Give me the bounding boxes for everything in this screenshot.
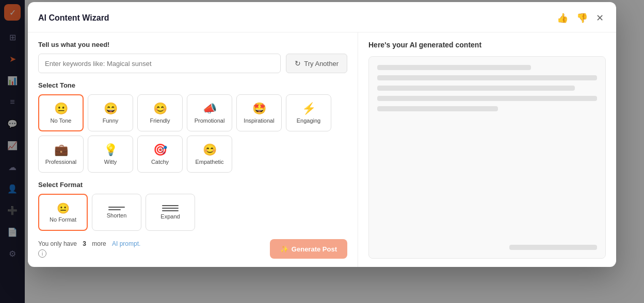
tone-funny[interactable]: 😄 Funny [88, 94, 133, 131]
prompt-ai-link: AI prompt. [112, 240, 140, 247]
format-shorten[interactable]: Shorten [92, 194, 141, 231]
engaging-emoji: ⚡ [302, 102, 316, 115]
witty-label: Witty [104, 159, 117, 165]
right-panel: Here's your AI generated content [358, 32, 616, 267]
shorten-lines-icon [108, 207, 125, 210]
modal-overlay: AI Content Wizard 👍 👎 ✕ Tell us what you… [0, 0, 644, 303]
generate-label: Generate Post [292, 245, 337, 253]
professional-label: Professional [45, 159, 77, 165]
shorten-label: Shorten [107, 212, 127, 218]
keyword-input[interactable] [38, 54, 281, 73]
promotional-emoji: 📣 [203, 102, 217, 115]
tone-empathetic[interactable]: 😊 Empathetic [187, 136, 232, 173]
prompt-count: 3 [83, 240, 86, 247]
prompt-info-text: You only have [38, 240, 77, 247]
thumbs-up-button[interactable]: 👍 [555, 10, 570, 26]
tone-friendly[interactable]: 😊 Friendly [137, 94, 183, 131]
inspirational-label: Inspirational [244, 117, 274, 124]
witty-emoji: 💡 [104, 143, 118, 157]
engaging-label: Engaging [297, 117, 321, 124]
tone-promotional[interactable]: 📣 Promotional [187, 94, 232, 131]
ai-content-box [368, 56, 606, 259]
empathetic-label: Empathetic [195, 159, 223, 165]
tone-inspirational[interactable]: 🤩 Inspirational [236, 94, 282, 131]
left-footer: You only have 3 more AI prompt. i ✨ Gene… [38, 239, 347, 259]
content-line-3 [377, 86, 575, 91]
no-format-icon: 😐 [57, 202, 70, 214]
content-line-2 [377, 75, 597, 80]
format-section-label: Select Format [38, 181, 347, 189]
inspirational-emoji: 🤩 [252, 102, 266, 115]
format-grid: 😐 No Format Shorten [38, 194, 347, 231]
tone-catchy[interactable]: 🎯 Catchy [137, 136, 183, 173]
modal-header-actions: 👍 👎 ✕ [555, 10, 606, 26]
content-line-1 [377, 65, 531, 70]
catchy-label: Catchy [151, 159, 169, 165]
right-panel-title: Here's your AI generated content [368, 41, 606, 49]
format-expand[interactable]: Expand [146, 194, 195, 231]
tone-engaging[interactable]: ⚡ Engaging [286, 94, 331, 131]
try-another-button[interactable]: ↻ Try Another [286, 54, 347, 73]
tone-witty[interactable]: 💡 Witty [88, 136, 133, 173]
funny-emoji: 😄 [104, 102, 118, 115]
left-panel: Tell us what you need! ↻ Try Another Sel… [28, 32, 358, 267]
content-line-bottom [509, 245, 597, 250]
thumbs-down-button[interactable]: 👎 [574, 10, 590, 26]
no-format-label: No Format [50, 216, 76, 223]
keyword-row: ↻ Try Another [38, 54, 347, 73]
expand-lines-icon [162, 205, 179, 211]
empathetic-emoji: 😊 [203, 143, 217, 157]
prompt-more: more [92, 240, 106, 247]
tone-professional[interactable]: 💼 Professional [38, 136, 84, 173]
modal-title: AI Content Wizard [38, 13, 109, 23]
generate-icon: ✨ [280, 245, 288, 253]
generate-post-button[interactable]: ✨ Generate Post [270, 239, 347, 259]
content-line-4 [377, 96, 597, 101]
professional-emoji: 💼 [54, 143, 68, 157]
promotional-label: Promotional [195, 117, 225, 124]
no-tone-emoji: 😐 [54, 102, 68, 115]
friendly-emoji: 😊 [153, 102, 167, 115]
expand-label: Expand [160, 213, 180, 220]
no-tone-label: No Tone [51, 117, 72, 124]
try-another-label: Try Another [304, 60, 339, 68]
friendly-label: Friendly [150, 117, 170, 124]
keyword-section-label: Tell us what you need! [38, 41, 347, 48]
format-no-format[interactable]: 😐 No Format [38, 194, 88, 231]
prompt-info: You only have 3 more AI prompt. [38, 240, 140, 247]
content-line-5 [377, 106, 498, 111]
modal-body: Tell us what you need! ↻ Try Another Sel… [28, 32, 616, 267]
ai-content-wizard-modal: AI Content Wizard 👍 👎 ✕ Tell us what you… [28, 2, 616, 267]
info-icon: i [38, 249, 46, 258]
tone-grid: 😐 No Tone 😄 Funny 😊 Friendly 📣 Promotion… [38, 94, 347, 173]
close-button[interactable]: ✕ [594, 10, 606, 26]
catchy-emoji: 🎯 [153, 143, 167, 157]
funny-label: Funny [103, 117, 119, 124]
tone-section-label: Select Tone [38, 81, 347, 89]
modal-header: AI Content Wizard 👍 👎 ✕ [28, 2, 616, 32]
refresh-icon: ↻ [295, 59, 301, 68]
tone-no-tone[interactable]: 😐 No Tone [38, 94, 84, 131]
